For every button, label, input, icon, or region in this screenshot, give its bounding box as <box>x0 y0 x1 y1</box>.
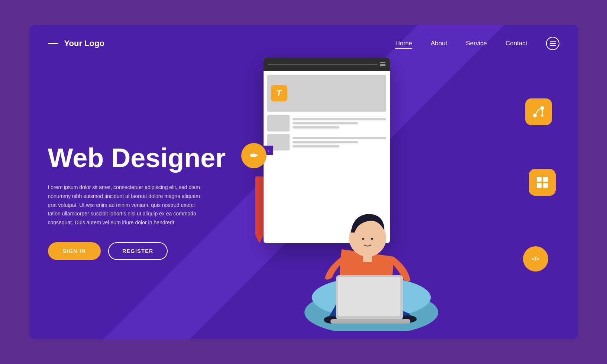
logo-text: Your Logo <box>64 39 104 48</box>
logo-dash <box>48 43 58 44</box>
browser-text-lines-2 <box>293 137 386 147</box>
menu-bar-3 <box>550 45 556 46</box>
logo: Your Logo <box>48 39 104 48</box>
pencil-decoration <box>255 176 264 243</box>
browser-thumbnail-1 <box>267 115 290 131</box>
grid-tool-icon <box>529 169 556 196</box>
code-icon: </> <box>523 246 548 272</box>
left-section: Web Designer Lorem ipsum dolor sit amet,… <box>48 136 234 260</box>
browser-line-6 <box>293 145 339 147</box>
browser-content-rows <box>267 115 386 150</box>
browser-line-1 <box>293 118 386 120</box>
browser-line-5 <box>293 141 358 143</box>
browser-row-1 <box>267 115 386 131</box>
browser-line-2 <box>293 122 358 124</box>
nav-home[interactable]: Home <box>395 40 412 47</box>
browser-menu-bar-1 <box>380 62 385 63</box>
svg-rect-4 <box>543 177 548 182</box>
text-tool-icon: T <box>271 85 287 101</box>
pen-tool-icon: ✒ <box>241 143 267 168</box>
inner-container: Your Logo Home About Service Contact Web… <box>29 25 578 339</box>
browser-line-3 <box>293 126 339 129</box>
svg-rect-5 <box>537 183 542 188</box>
svg-point-0 <box>533 114 537 117</box>
browser-row-2 <box>267 134 386 150</box>
svg-rect-17 <box>363 255 372 262</box>
hero-title: Web Designer <box>48 143 234 173</box>
path-tool-icon <box>525 98 552 125</box>
navbar: Your Logo Home About Service Contact <box>29 25 578 50</box>
browser-menu-icon <box>380 62 385 66</box>
svg-rect-13 <box>330 319 410 324</box>
nav-service[interactable]: Service <box>466 40 487 47</box>
browser-header-image: T <box>267 75 386 112</box>
nav-about[interactable]: About <box>431 40 447 47</box>
browser-bar <box>264 58 390 71</box>
register-button[interactable]: REGISTER <box>108 242 168 260</box>
browser-text-lines-1 <box>293 118 386 129</box>
browser-menu-bar-2 <box>380 64 385 65</box>
person-illustration <box>264 153 494 331</box>
browser-bar-line <box>268 64 377 65</box>
code-text: </> <box>532 256 539 262</box>
pencil-tip <box>255 235 264 243</box>
browser-content: T <box>264 71 390 154</box>
hero-description: Lorem ipsum dolor sit amet, consectetuer… <box>48 183 208 227</box>
cta-buttons: SIGN IN REGISTER <box>48 242 234 260</box>
browser-menu-bar-3 <box>380 65 385 66</box>
svg-rect-3 <box>537 177 542 182</box>
svg-rect-6 <box>543 183 548 188</box>
main-content: Web Designer Lorem ipsum dolor sit amet,… <box>29 50 578 331</box>
svg-point-15 <box>362 238 364 240</box>
signin-button[interactable]: SIGN IN <box>48 242 101 260</box>
menu-bar-1 <box>550 41 556 42</box>
browser-line-4 <box>293 137 386 139</box>
menu-bar-2 <box>550 43 556 44</box>
outer-container: Your Logo Home About Service Contact Web… <box>25 20 582 344</box>
svg-point-16 <box>371 238 373 240</box>
pencil-body <box>255 176 264 235</box>
nav-links: Home About Service Contact <box>395 37 559 50</box>
svg-rect-12 <box>338 277 400 316</box>
nav-contact[interactable]: Contact <box>506 40 527 47</box>
hamburger-menu-icon[interactable] <box>546 37 559 50</box>
right-section: T <box>234 65 559 331</box>
